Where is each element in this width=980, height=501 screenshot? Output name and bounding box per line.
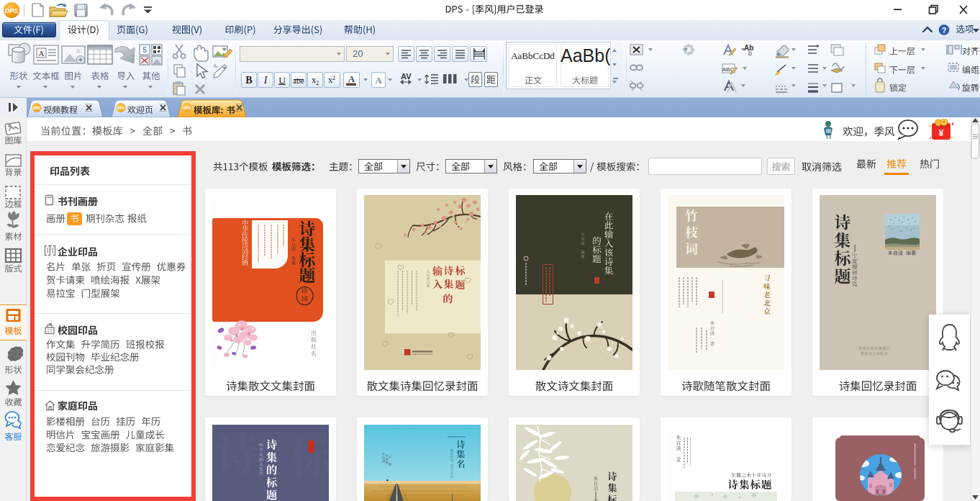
svg-text:?: ? (942, 26, 947, 35)
